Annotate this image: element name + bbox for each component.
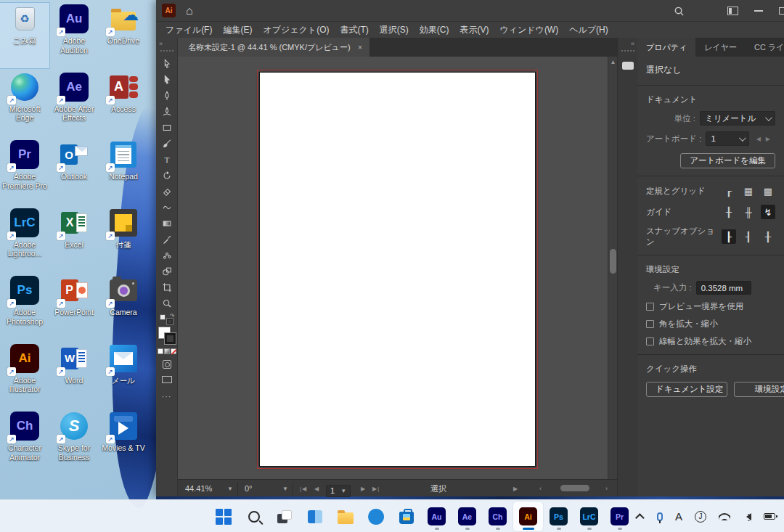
artboard-tool[interactable] <box>158 279 176 295</box>
snap-point-icon[interactable]: ┠ <box>722 229 736 244</box>
tab-layers[interactable]: レイヤー <box>695 38 746 57</box>
snap-grid-icon[interactable]: ╂ <box>761 229 775 244</box>
screen-mode-icon[interactable] <box>162 376 172 383</box>
battery-icon[interactable] <box>764 513 775 520</box>
home-icon[interactable]: ⌂ <box>186 5 193 17</box>
first-artboard-icon[interactable]: |◀ <box>300 480 307 497</box>
task-view-button[interactable] <box>269 502 299 531</box>
illustrator-taskbar-button[interactable]: Ai <box>513 502 543 531</box>
prev-artboard-icon[interactable]: ◀ <box>314 480 319 497</box>
menu-help[interactable]: ヘルプ(H) <box>569 24 608 36</box>
mail-shortcut[interactable]: ↗ メール <box>99 343 148 408</box>
workspace-switcher-icon[interactable] <box>701 7 711 15</box>
adobe-premiere-pro-shortcut[interactable]: Pr ↗ Adobe Premiere Pro <box>0 139 49 204</box>
paintbrush-tool[interactable] <box>158 136 176 152</box>
last-artboard-icon[interactable]: ▶| <box>372 480 380 497</box>
shaper-tool[interactable] <box>158 200 176 216</box>
movies-tv-shortcut[interactable]: ↗ Movies & TV <box>99 410 148 475</box>
start-button[interactable] <box>208 502 238 531</box>
recycle-bin[interactable]: ♻ ごみ箱 <box>0 3 49 68</box>
adobe-photoshop-shortcut[interactable]: Ps ↗ Adobe Photoshop <box>0 274 49 340</box>
rectangle-tool[interactable] <box>158 120 176 136</box>
shape-builder-tool[interactable] <box>158 263 176 279</box>
artboard-select[interactable]: 1 <box>706 131 748 146</box>
microphone-tray-icon[interactable] <box>657 512 663 521</box>
swap-fill-stroke-icon[interactable]: ↷ <box>160 314 174 324</box>
tab-properties[interactable]: プロパティ <box>637 38 695 57</box>
wifi-icon[interactable] <box>719 513 730 520</box>
curvature-tool[interactable] <box>158 104 176 120</box>
adobe-illustrator-shortcut[interactable]: Ai ↗ Adobe Illustrator <box>0 343 49 408</box>
zoom-tool[interactable] <box>158 295 176 311</box>
guides-lock-icon[interactable]: ╫ <box>741 205 756 219</box>
edit-toolbar-icon[interactable]: ··· <box>162 392 172 401</box>
document-tab[interactable]: 名称未設定-1 @ 44.41 % (CMYK/プレビュー) × <box>178 38 369 57</box>
horizontal-scroll-thumb[interactable] <box>560 485 589 491</box>
artboard-prev-next-icons[interactable]: ◀▶ <box>756 136 775 142</box>
none-fill-icon[interactable] <box>171 348 176 354</box>
next-artboard-icon[interactable]: ▶ <box>361 480 366 497</box>
microsoft-edge-shortcut[interactable]: ↗ Microsoft Edge <box>0 71 49 136</box>
menu-view[interactable]: 表示(V) <box>460 24 489 36</box>
adobe-audition-shortcut[interactable]: Au ↗ Adobe Audition <box>49 3 99 68</box>
menu-edit[interactable]: 編集(E) <box>223 24 252 36</box>
grid-icon[interactable]: ▦ <box>741 184 756 198</box>
menu-window[interactable]: ウィンドウ(W) <box>499 24 558 36</box>
eraser-tool[interactable] <box>158 184 176 200</box>
excel-shortcut[interactable]: X ↗ Excel <box>49 207 99 272</box>
scroll-up-icon[interactable]: ▲ <box>608 57 617 67</box>
minimize-button[interactable] <box>754 10 763 12</box>
stroke-swatch[interactable] <box>165 333 176 344</box>
gradient-tool[interactable] <box>158 216 176 232</box>
character-animator-taskbar-button[interactable]: Ch <box>483 502 513 531</box>
eyedropper-tool[interactable] <box>158 232 176 247</box>
menu-object[interactable]: オブジェクト(O) <box>263 24 329 36</box>
gradient-fill-icon[interactable] <box>164 348 170 354</box>
lightroom-taskbar-button[interactable]: LrC <box>574 502 604 531</box>
collapse-dock-icon[interactable]: « <box>628 40 637 47</box>
onedrive-shortcut[interactable]: ☁ ↗ OneDrive <box>99 3 148 68</box>
character-animator-shortcut[interactable]: Ch ↗ Character Animator <box>0 410 49 475</box>
fill-stroke-indicator[interactable] <box>158 327 176 344</box>
powerpoint-shortcut[interactable]: P ↗ PowerPoint <box>49 274 99 340</box>
canvas[interactable]: ▲ <box>178 57 617 479</box>
audition-taskbar-button[interactable]: Au <box>422 502 452 531</box>
menu-effect[interactable]: 効果(C) <box>420 24 449 36</box>
file-explorer-button[interactable] <box>330 502 360 531</box>
premiere-taskbar-button[interactable]: Pr <box>605 502 634 531</box>
scroll-right-icon[interactable]: › <box>603 485 610 492</box>
menu-select[interactable]: 選択(S) <box>380 24 409 36</box>
menu-type[interactable]: 書式(T) <box>340 24 368 36</box>
guides-show-icon[interactable]: ╂ <box>722 205 736 219</box>
after-effects-taskbar-button[interactable]: Ae <box>452 502 482 531</box>
key-input-field[interactable]: 0.3528 mm <box>696 281 751 295</box>
draw-mode-icon[interactable] <box>163 360 171 369</box>
rotation-dropdown-icon[interactable]: ▼ <box>278 480 293 497</box>
skype-for-business-shortcut[interactable]: S ↗ Skype for Business <box>49 410 99 475</box>
search-icon[interactable] <box>674 6 685 17</box>
type-tool[interactable]: T <box>158 152 176 168</box>
zoom-dropdown-icon[interactable]: ▼ <box>223 480 237 497</box>
edit-artboards-button[interactable]: アートボードを編集 <box>680 153 775 168</box>
tab-cc-libraries[interactable]: CC ライブラリ <box>746 38 784 57</box>
volume-icon[interactable] <box>743 513 751 520</box>
artboard[interactable] <box>259 72 536 467</box>
snap-glyph-icon[interactable]: ┨ <box>741 229 756 244</box>
horizontal-scrollbar[interactable]: ‹ › <box>537 483 610 493</box>
checkbox-0[interactable] <box>646 303 654 311</box>
pen-tool[interactable] <box>158 88 176 104</box>
rotation-value[interactable]: 0° <box>245 480 253 497</box>
sticky-notes-shortcut[interactable]: ↗ 付箋 <box>99 207 148 272</box>
ime-indicator[interactable]: A <box>675 510 682 523</box>
document-setup-button[interactable]: ドキュメント設定 <box>646 382 727 397</box>
adobe-after-effects-shortcut[interactable]: Ae ↗ Adobe After Effects <box>49 71 99 136</box>
menu-file[interactable]: ファイル(F) <box>166 24 212 36</box>
notepad-shortcut[interactable]: ↗ Notepad <box>99 139 148 204</box>
access-shortcut[interactable]: A ↗ Access <box>99 71 148 136</box>
camera-shortcut[interactable]: ↗ Camera <box>99 274 148 340</box>
tab-close-icon[interactable]: × <box>358 43 362 52</box>
comments-panel-icon[interactable] <box>622 62 634 70</box>
rotate-tool[interactable] <box>158 168 176 184</box>
adobe-lightroom-shortcut[interactable]: LrC ↗ Adobe Lightroo... <box>0 207 49 272</box>
dock-grip[interactable] <box>160 50 173 52</box>
